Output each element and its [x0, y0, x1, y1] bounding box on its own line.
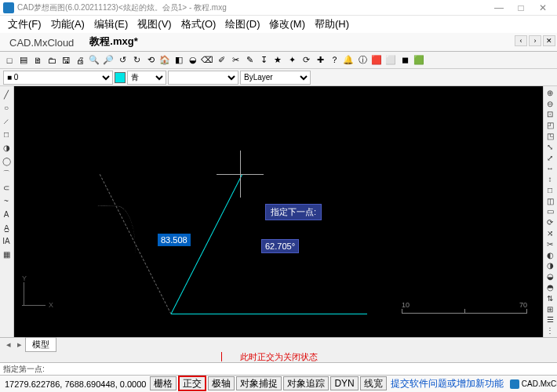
close-button[interactable]: ✕ — [532, 0, 554, 15]
modify-tool-1[interactable]: ⊖ — [544, 99, 556, 109]
status-toggle-正交[interactable]: 正交 — [178, 376, 206, 391]
modify-tool-15[interactable]: ◐ — [544, 250, 556, 260]
layout-prev[interactable]: ◂ — [3, 339, 14, 350]
toolbar-button-13[interactable]: ◒ — [187, 54, 199, 67]
tab-close-button[interactable]: ✕ — [543, 35, 555, 46]
drawing-canvas[interactable]: 指定下一点: 83.508 62.705° Y X 1070 — [14, 86, 543, 337]
modify-tool-18[interactable]: ◓ — [544, 282, 556, 292]
modify-tool-8[interactable]: ↕ — [544, 174, 556, 184]
status-toggle-栅格[interactable]: 栅格 — [150, 376, 177, 390]
draw-tool-10[interactable]: A̲ — [0, 221, 13, 234]
menu-file[interactable]: 文件(F) — [3, 17, 46, 31]
modify-tool-9[interactable]: □ — [544, 185, 556, 195]
toolbar-button-17[interactable]: ✎ — [243, 54, 256, 67]
modify-tool-3[interactable]: ◰ — [544, 120, 556, 130]
toolbar-button-18[interactable]: ↧ — [257, 54, 270, 67]
toolbar-button-14[interactable]: ⌫ — [201, 54, 213, 67]
toolbar-button-27[interactable]: ⬜ — [384, 54, 397, 67]
modify-tool-4[interactable]: ◳ — [544, 131, 556, 141]
draw-tool-6[interactable]: ⌒ — [0, 168, 13, 180]
modify-tool-12[interactable]: ⟳ — [544, 217, 556, 227]
toolbar-button-22[interactable]: ✚ — [314, 54, 326, 67]
toolbar-button-1[interactable]: ▤ — [17, 54, 30, 67]
menu-format[interactable]: 格式(O) — [177, 17, 221, 31]
modify-tool-20[interactable]: ⊞ — [544, 304, 556, 314]
toolbar-button-25[interactable]: ⓘ — [356, 54, 369, 67]
toolbar-button-4[interactable]: 🖫 — [60, 54, 72, 67]
draw-tool-8[interactable]: ~ — [0, 194, 13, 207]
modify-tool-16[interactable]: ◑ — [544, 261, 556, 271]
draw-tool-0[interactable]: ╱ — [0, 88, 13, 100]
toolbar-button-10[interactable]: ⟲ — [144, 54, 157, 67]
modify-tool-2[interactable]: ⊡ — [544, 110, 556, 120]
modify-tool-19[interactable]: ⇅ — [544, 293, 556, 303]
toolbar-button-24[interactable]: 🔔 — [342, 54, 355, 67]
modify-tool-13[interactable]: ⤨ — [544, 228, 556, 238]
toolbar-button-15[interactable]: ✐ — [215, 54, 228, 67]
draw-tool-3[interactable]: □ — [0, 128, 13, 140]
toolbar-button-8[interactable]: ↺ — [116, 54, 129, 67]
draw-tool-2[interactable]: ⟋ — [0, 114, 13, 127]
layer-select[interactable]: ■ 0 — [3, 71, 113, 85]
menu-edit[interactable]: 编辑(E) — [89, 17, 133, 31]
status-toggle-极轴[interactable]: 极轴 — [208, 376, 235, 390]
menu-draw[interactable]: 绘图(D) — [220, 17, 264, 31]
toolbar-button-20[interactable]: ✦ — [286, 54, 298, 67]
toolbar-button-21[interactable]: ⟳ — [300, 54, 312, 67]
menu-function[interactable]: 功能(A) — [46, 17, 89, 31]
toolbar-button-0[interactable]: □ — [3, 54, 16, 67]
length-input[interactable]: 83.508 — [158, 234, 191, 246]
linetype-select[interactable] — [168, 71, 238, 85]
status-toggle-DYN[interactable]: DYN — [330, 376, 358, 390]
toolbar-button-19[interactable]: ★ — [271, 54, 284, 67]
modify-tool-14[interactable]: ✂ — [544, 239, 556, 249]
toolbar-button-11[interactable]: 🏠 — [158, 54, 171, 67]
modify-tool-0[interactable]: ⊕ — [544, 88, 556, 98]
draw-tool-4[interactable]: ◑ — [0, 141, 13, 154]
modify-tool-5[interactable]: ⤡ — [544, 142, 556, 152]
draw-tool-1[interactable]: ○ — [0, 101, 13, 114]
tab-cloud[interactable]: CAD.MxCloud — [2, 34, 82, 51]
menu-view[interactable]: 视图(V) — [133, 17, 176, 31]
status-toggle-线宽[interactable]: 线宽 — [360, 376, 387, 390]
draw-tool-7[interactable]: ⊂ — [0, 181, 13, 194]
toolbar-button-12[interactable]: ◧ — [173, 54, 185, 67]
modify-tool-10[interactable]: ◫ — [544, 196, 556, 206]
tab-next-button[interactable]: › — [529, 35, 541, 46]
toolbar-button-29[interactable]: 🟩 — [413, 54, 425, 67]
toolbar-button-5[interactable]: 🖨 — [74, 54, 86, 67]
draw-tool-9[interactable]: A — [0, 208, 13, 220]
status-toggle-对象捕捉[interactable]: 对象捕捉 — [236, 376, 282, 390]
color-select[interactable]: 青 — [127, 71, 166, 85]
toolbar-button-26[interactable]: 🟥 — [370, 54, 383, 67]
draw-tool-5[interactable]: ◯ — [0, 154, 13, 167]
command-line[interactable]: 指定第一点: — [0, 362, 557, 375]
modify-tool-11[interactable]: ▭ — [544, 207, 556, 217]
model-tab[interactable]: 模型 — [25, 337, 56, 352]
toolbar-button-3[interactable]: 🗀 — [46, 54, 58, 67]
draw-tool-11[interactable]: IA — [0, 234, 13, 247]
toolbar-button-9[interactable]: ↻ — [130, 54, 143, 67]
toolbar-button-7[interactable]: 🔎 — [102, 54, 115, 67]
status-toggle-对象追踪[interactable]: 对象追踪 — [283, 376, 329, 390]
toolbar-button-23[interactable]: ？ — [328, 54, 340, 67]
modify-tool-6[interactable]: ⤢ — [544, 153, 556, 163]
draw-tool-12[interactable]: ▦ — [0, 248, 13, 260]
toolbar-button-28[interactable]: ◼ — [399, 54, 411, 67]
modify-tool-22[interactable]: ⋮ — [544, 325, 556, 336]
feedback-link[interactable]: 提交软件问题或增加新功能 — [388, 377, 507, 390]
tab-prev-button[interactable]: ‹ — [515, 35, 527, 46]
layout-next[interactable]: ▸ — [14, 339, 25, 350]
menu-help[interactable]: 帮助(H) — [310, 17, 354, 31]
minimize-button[interactable]: — — [488, 0, 510, 15]
toolbar-button-16[interactable]: ✂ — [229, 54, 242, 67]
modify-tool-7[interactable]: ↔ — [544, 163, 556, 173]
tab-document[interactable]: 教程.mxg* — [82, 32, 145, 51]
toolbar-button-6[interactable]: 🔍 — [88, 54, 100, 67]
menu-modify[interactable]: 修改(M) — [264, 17, 310, 31]
maximize-button[interactable]: □ — [510, 0, 532, 15]
toolbar-button-2[interactable]: 🗎 — [31, 54, 44, 67]
modify-tool-21[interactable]: ☰ — [544, 314, 556, 325]
color-swatch[interactable] — [115, 72, 126, 83]
modify-tool-17[interactable]: ◒ — [544, 271, 556, 281]
